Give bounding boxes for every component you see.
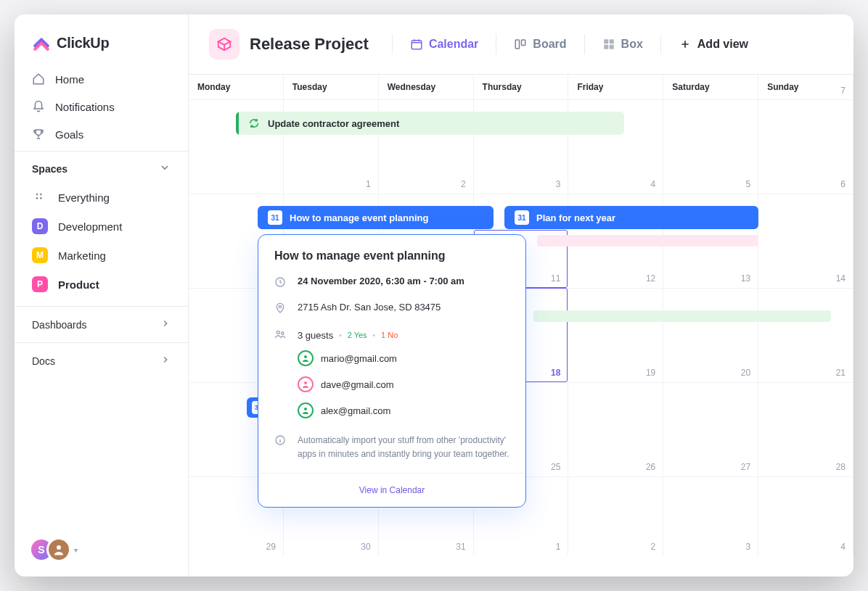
svg-rect-9: [609, 39, 613, 44]
day-cell[interactable]: 4: [758, 477, 853, 556]
view-tab-board[interactable]: Board: [512, 35, 568, 54]
weekday: Saturday: [663, 75, 758, 99]
dot-separator: •: [373, 331, 376, 339]
day-number: 11: [551, 273, 560, 284]
day-number: 4: [840, 542, 846, 552]
svg-point-14: [277, 331, 279, 334]
day-cell[interactable]: 5: [663, 100, 758, 194]
plus-icon: [679, 38, 692, 51]
popover-datetime-row: 24 November 2020, 6:30 am - 7:00 am: [274, 276, 509, 290]
day-cell[interactable]: 19: [568, 289, 663, 382]
space-label: Everything: [58, 191, 110, 204]
view-tab-calendar[interactable]: Calendar: [409, 35, 480, 54]
popover-location: 2715 Ash Dr. San Jose, SD 83475: [298, 302, 441, 316]
view-label: Box: [621, 38, 643, 51]
chevron-right-icon: [160, 318, 171, 331]
spaces-header[interactable]: Spaces: [15, 151, 188, 183]
event-bar[interactable]: [533, 310, 831, 322]
svg-point-2: [36, 197, 38, 199]
popover-description-row: Automatically import your stuff from oth…: [274, 434, 509, 461]
weekday: Monday: [189, 75, 284, 99]
info-icon: [274, 434, 286, 461]
svg-rect-8: [604, 39, 608, 44]
view-label: Board: [533, 38, 566, 51]
person-icon: [298, 376, 314, 392]
chevron-right-icon: [160, 355, 171, 367]
day-number: 19: [646, 368, 655, 378]
day-cell[interactable]: 14: [758, 194, 853, 288]
svg-point-18: [304, 408, 307, 410]
event-bar[interactable]: [537, 235, 758, 247]
grid-icon: [32, 189, 48, 205]
svg-rect-6: [516, 40, 520, 49]
nav-dashboards[interactable]: Dashboards: [15, 306, 188, 342]
day-cell[interactable]: 28: [758, 383, 853, 476]
day-cell[interactable]: 27: [663, 383, 758, 476]
add-view-button[interactable]: Add view: [677, 35, 750, 54]
day-number: 6: [840, 179, 846, 189]
add-view-label: Add view: [697, 38, 748, 51]
week-row: 1 2 3 4 5 6 7 Update contractor agreemen…: [189, 99, 853, 194]
day-cell[interactable]: 2: [568, 477, 663, 556]
person-icon: [298, 402, 314, 418]
divider: [584, 34, 585, 54]
weekday: Friday: [568, 75, 663, 99]
day-cell[interactable]: 3: [663, 477, 758, 556]
project-icon: [209, 29, 239, 59]
popover-location-row: 2715 Ash Dr. San Jose, SD 83475: [274, 302, 509, 316]
guest-list: mario@gmail.com dave@gmail.com alex@gmai…: [274, 345, 509, 423]
day-number: 4: [651, 179, 656, 189]
weekday-header: Monday Tuesday Wednesday Thursday Friday…: [189, 75, 853, 99]
divider: [392, 34, 393, 54]
space-badge: P: [32, 276, 48, 292]
box-icon: [602, 38, 615, 51]
nav-home[interactable]: Home: [22, 65, 181, 93]
caret-down-icon: ▾: [74, 546, 78, 554]
day-number: 30: [361, 542, 370, 552]
guest-item[interactable]: mario@gmail.com: [298, 345, 509, 371]
day-number: 28: [836, 462, 846, 472]
day-number: 25: [551, 462, 560, 472]
calendar-view: Monday Tuesday Wednesday Thursday Friday…: [189, 75, 853, 576]
svg-rect-10: [604, 45, 608, 49]
view-in-calendar-link[interactable]: View in Calendar: [258, 473, 525, 507]
day-cell[interactable]: 6: [758, 100, 853, 194]
divider: [496, 34, 496, 54]
board-icon: [514, 38, 527, 51]
bell-icon: [32, 100, 45, 113]
section-label: Dashboards: [32, 319, 87, 331]
nav-docs[interactable]: Docs: [15, 342, 188, 379]
svg-point-0: [36, 194, 38, 196]
space-everything[interactable]: Everything: [15, 183, 188, 212]
day-cell[interactable]: 26: [568, 383, 663, 476]
day-cell[interactable]: 21: [758, 289, 853, 382]
user-menu[interactable]: S ▾: [29, 537, 78, 562]
nav-notifications[interactable]: Notifications: [22, 93, 181, 120]
svg-point-1: [40, 194, 42, 196]
topbar: Release Project Calendar Board: [189, 15, 853, 75]
event-title: Update contractor agreement: [268, 118, 399, 129]
space-product[interactable]: P Product: [15, 270, 188, 299]
day-number: 20: [741, 368, 750, 378]
day-cell[interactable]: 20: [663, 289, 758, 382]
space-marketing[interactable]: M Marketing: [15, 241, 188, 270]
space-development[interactable]: D Development: [15, 212, 188, 241]
project-title: Release Project: [250, 35, 369, 54]
day-number: 2: [651, 542, 656, 552]
event-next-year[interactable]: 31 Plan for next year: [504, 206, 758, 229]
event-planning[interactable]: 31 How to manage event planning: [258, 206, 494, 229]
popover-datetime: 24 November 2020, 6:30 am - 7:00 am: [298, 276, 464, 290]
event-title: Plan for next year: [536, 212, 615, 223]
sidebar: ClickUp Home Notifications Goals: [15, 15, 189, 576]
event-contractor[interactable]: Update contractor agreement: [236, 112, 624, 135]
calendar-icon: [410, 38, 423, 51]
nav-goals[interactable]: Goals: [22, 120, 181, 148]
day-number: 1: [366, 179, 371, 189]
day-number: 21: [836, 368, 846, 378]
space-label: Development: [58, 220, 122, 233]
guest-item[interactable]: alex@gmail.com: [298, 397, 509, 423]
view-tab-box[interactable]: Box: [601, 35, 644, 54]
location-icon: [274, 302, 286, 316]
guest-item[interactable]: dave@gmail.com: [298, 371, 509, 397]
brand-logo[interactable]: ClickUp: [15, 15, 188, 62]
